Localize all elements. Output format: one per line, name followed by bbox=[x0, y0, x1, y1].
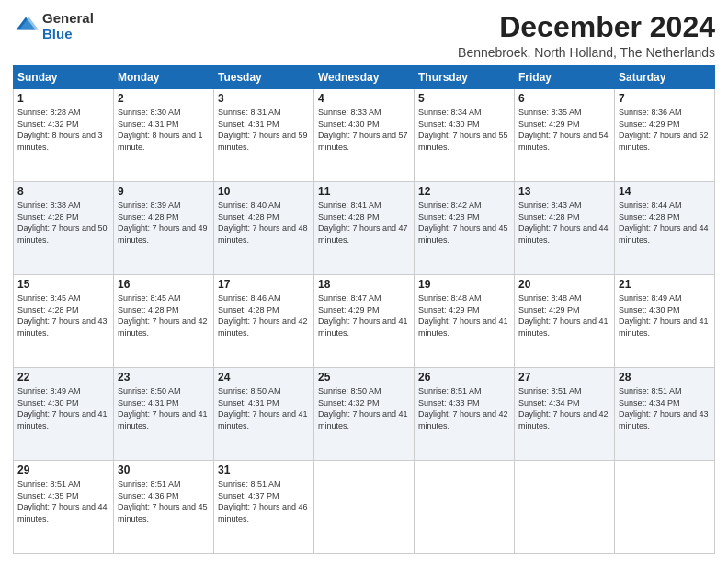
col-header-sunday: Sunday bbox=[14, 66, 114, 89]
day-number: 10 bbox=[218, 185, 310, 198]
day-number: 26 bbox=[418, 371, 510, 384]
calendar-week-row: 22 Sunrise: 8:49 AMSunset: 4:30 PMDaylig… bbox=[14, 368, 715, 461]
day-number: 19 bbox=[418, 278, 510, 291]
calendar-cell: 11 Sunrise: 8:41 AMSunset: 4:28 PMDaylig… bbox=[314, 182, 415, 275]
logo-text: General Blue bbox=[42, 11, 94, 41]
day-info: Sunrise: 8:41 AMSunset: 4:28 PMDaylight:… bbox=[318, 201, 408, 245]
calendar-cell: 25 Sunrise: 8:50 AMSunset: 4:32 PMDaylig… bbox=[314, 368, 415, 461]
day-number: 16 bbox=[118, 278, 210, 291]
logo: General Blue bbox=[13, 11, 94, 41]
month-title: December 2024 bbox=[458, 11, 715, 43]
calendar-cell: 3 Sunrise: 8:31 AMSunset: 4:31 PMDayligh… bbox=[214, 89, 314, 182]
day-info: Sunrise: 8:31 AMSunset: 4:31 PMDaylight:… bbox=[218, 108, 308, 152]
day-info: Sunrise: 8:50 AMSunset: 4:31 PMDaylight:… bbox=[218, 386, 308, 431]
day-number: 17 bbox=[218, 278, 310, 291]
day-info: Sunrise: 8:48 AMSunset: 4:29 PMDaylight:… bbox=[418, 293, 508, 338]
calendar-cell: 15 Sunrise: 8:45 AMSunset: 4:28 PMDaylig… bbox=[14, 275, 114, 368]
calendar-cell: 9 Sunrise: 8:39 AMSunset: 4:28 PMDayligh… bbox=[114, 182, 214, 275]
col-header-wednesday: Wednesday bbox=[314, 66, 415, 89]
day-number: 18 bbox=[318, 278, 410, 291]
calendar-cell: 8 Sunrise: 8:38 AMSunset: 4:28 PMDayligh… bbox=[14, 182, 114, 275]
day-number: 5 bbox=[418, 92, 510, 105]
day-info: Sunrise: 8:47 AMSunset: 4:29 PMDaylight:… bbox=[318, 293, 408, 338]
calendar-cell: 14 Sunrise: 8:44 AMSunset: 4:28 PMDaylig… bbox=[615, 182, 715, 275]
day-info: Sunrise: 8:49 AMSunset: 4:30 PMDaylight:… bbox=[619, 293, 709, 338]
day-number: 7 bbox=[619, 92, 711, 105]
calendar-cell: 13 Sunrise: 8:43 AMSunset: 4:28 PMDaylig… bbox=[515, 182, 615, 275]
logo-blue: Blue bbox=[42, 27, 94, 42]
day-info: Sunrise: 8:46 AMSunset: 4:28 PMDaylight:… bbox=[218, 293, 308, 338]
day-number: 1 bbox=[17, 92, 109, 105]
calendar-cell: 21 Sunrise: 8:49 AMSunset: 4:30 PMDaylig… bbox=[615, 275, 715, 368]
day-info: Sunrise: 8:45 AMSunset: 4:28 PMDaylight:… bbox=[118, 293, 208, 338]
calendar-cell: 10 Sunrise: 8:40 AMSunset: 4:28 PMDaylig… bbox=[214, 182, 314, 275]
calendar-cell: 28 Sunrise: 8:51 AMSunset: 4:34 PMDaylig… bbox=[615, 368, 715, 461]
calendar-cell bbox=[615, 461, 715, 554]
col-header-friday: Friday bbox=[515, 66, 615, 89]
day-info: Sunrise: 8:50 AMSunset: 4:31 PMDaylight:… bbox=[118, 386, 208, 431]
day-number: 29 bbox=[17, 464, 109, 477]
day-info: Sunrise: 8:51 AMSunset: 4:37 PMDaylight:… bbox=[218, 479, 308, 523]
calendar-cell: 12 Sunrise: 8:42 AMSunset: 4:28 PMDaylig… bbox=[415, 182, 515, 275]
calendar-cell: 1 Sunrise: 8:28 AMSunset: 4:32 PMDayligh… bbox=[14, 89, 114, 182]
page: General Blue December 2024 Bennebroek, N… bbox=[0, 0, 728, 563]
calendar-cell: 19 Sunrise: 8:48 AMSunset: 4:29 PMDaylig… bbox=[415, 275, 515, 368]
calendar-cell bbox=[515, 461, 615, 554]
day-number: 31 bbox=[218, 464, 310, 477]
day-number: 2 bbox=[118, 92, 210, 105]
calendar-cell: 23 Sunrise: 8:50 AMSunset: 4:31 PMDaylig… bbox=[114, 368, 214, 461]
col-header-thursday: Thursday bbox=[415, 66, 515, 89]
calendar-cell: 22 Sunrise: 8:49 AMSunset: 4:30 PMDaylig… bbox=[14, 368, 114, 461]
day-number: 30 bbox=[118, 464, 210, 477]
day-info: Sunrise: 8:40 AMSunset: 4:28 PMDaylight:… bbox=[218, 201, 308, 245]
day-info: Sunrise: 8:30 AMSunset: 4:31 PMDaylight:… bbox=[118, 108, 203, 152]
header: General Blue December 2024 Bennebroek, N… bbox=[13, 11, 715, 60]
day-number: 6 bbox=[518, 92, 610, 105]
day-number: 14 bbox=[619, 185, 711, 198]
day-number: 22 bbox=[17, 371, 109, 384]
calendar-cell: 20 Sunrise: 8:48 AMSunset: 4:29 PMDaylig… bbox=[515, 275, 615, 368]
calendar-cell: 17 Sunrise: 8:46 AMSunset: 4:28 PMDaylig… bbox=[214, 275, 314, 368]
day-number: 25 bbox=[318, 371, 410, 384]
day-info: Sunrise: 8:35 AMSunset: 4:29 PMDaylight:… bbox=[518, 108, 609, 152]
day-number: 23 bbox=[118, 371, 210, 384]
calendar-cell: 18 Sunrise: 8:47 AMSunset: 4:29 PMDaylig… bbox=[314, 275, 415, 368]
day-number: 24 bbox=[218, 371, 310, 384]
day-info: Sunrise: 8:45 AMSunset: 4:28 PMDaylight:… bbox=[17, 293, 108, 338]
calendar-cell: 24 Sunrise: 8:50 AMSunset: 4:31 PMDaylig… bbox=[214, 368, 314, 461]
logo-general: General bbox=[42, 11, 94, 27]
calendar-week-row: 1 Sunrise: 8:28 AMSunset: 4:32 PMDayligh… bbox=[14, 89, 715, 182]
calendar-cell: 27 Sunrise: 8:51 AMSunset: 4:34 PMDaylig… bbox=[515, 368, 615, 461]
calendar-cell: 5 Sunrise: 8:34 AMSunset: 4:30 PMDayligh… bbox=[415, 89, 515, 182]
col-header-tuesday: Tuesday bbox=[214, 66, 314, 89]
logo-icon bbox=[13, 14, 39, 40]
day-info: Sunrise: 8:49 AMSunset: 4:30 PMDaylight:… bbox=[17, 386, 108, 431]
col-header-saturday: Saturday bbox=[615, 66, 715, 89]
col-header-monday: Monday bbox=[114, 66, 214, 89]
calendar-cell: 29 Sunrise: 8:51 AMSunset: 4:35 PMDaylig… bbox=[14, 461, 114, 554]
day-info: Sunrise: 8:51 AMSunset: 4:35 PMDaylight:… bbox=[17, 479, 108, 523]
calendar-cell: 30 Sunrise: 8:51 AMSunset: 4:36 PMDaylig… bbox=[114, 461, 214, 554]
day-number: 8 bbox=[17, 185, 109, 198]
calendar-week-row: 29 Sunrise: 8:51 AMSunset: 4:35 PMDaylig… bbox=[14, 461, 715, 554]
calendar-cell bbox=[415, 461, 515, 554]
day-info: Sunrise: 8:38 AMSunset: 4:28 PMDaylight:… bbox=[17, 201, 108, 245]
day-info: Sunrise: 8:44 AMSunset: 4:28 PMDaylight:… bbox=[619, 201, 709, 245]
day-info: Sunrise: 8:51 AMSunset: 4:36 PMDaylight:… bbox=[118, 479, 208, 523]
day-info: Sunrise: 8:51 AMSunset: 4:34 PMDaylight:… bbox=[518, 386, 609, 431]
calendar-cell: 2 Sunrise: 8:30 AMSunset: 4:31 PMDayligh… bbox=[114, 89, 214, 182]
day-number: 3 bbox=[218, 92, 310, 105]
day-number: 9 bbox=[118, 185, 210, 198]
day-number: 21 bbox=[619, 278, 711, 291]
day-info: Sunrise: 8:50 AMSunset: 4:32 PMDaylight:… bbox=[318, 386, 408, 431]
location-subtitle: Bennebroek, North Holland, The Netherlan… bbox=[458, 45, 715, 60]
calendar-cell: 6 Sunrise: 8:35 AMSunset: 4:29 PMDayligh… bbox=[515, 89, 615, 182]
calendar-cell: 26 Sunrise: 8:51 AMSunset: 4:33 PMDaylig… bbox=[415, 368, 515, 461]
day-info: Sunrise: 8:33 AMSunset: 4:30 PMDaylight:… bbox=[318, 108, 408, 152]
day-number: 12 bbox=[418, 185, 510, 198]
day-number: 4 bbox=[318, 92, 410, 105]
calendar-week-row: 8 Sunrise: 8:38 AMSunset: 4:28 PMDayligh… bbox=[14, 182, 715, 275]
day-number: 11 bbox=[318, 185, 410, 198]
day-info: Sunrise: 8:43 AMSunset: 4:28 PMDaylight:… bbox=[518, 201, 609, 245]
title-block: December 2024 Bennebroek, North Holland,… bbox=[458, 11, 715, 60]
